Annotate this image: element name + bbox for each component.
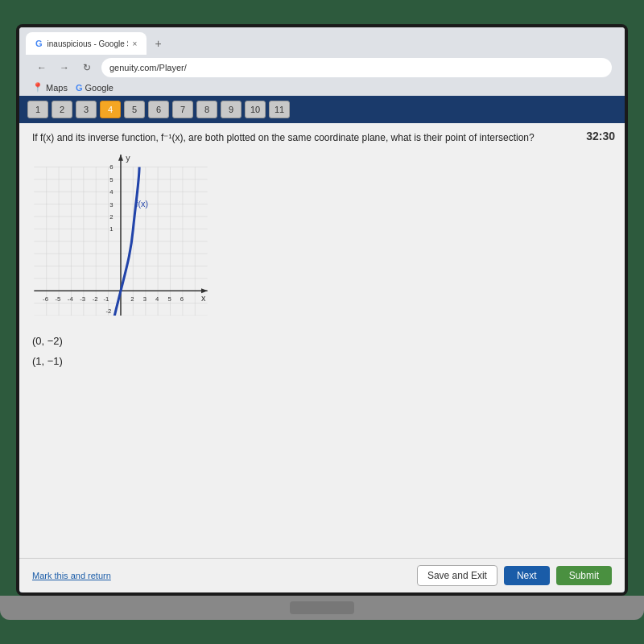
question-area: 32:30 If f(x) and its inverse function, … bbox=[19, 123, 625, 558]
google-label: Google bbox=[85, 83, 113, 93]
nav-buttons: ← → ↻ bbox=[32, 58, 97, 77]
svg-text:4: 4 bbox=[155, 295, 159, 302]
forward-button[interactable]: → bbox=[55, 58, 74, 77]
address-bar: ← → ↻ genuity.com/Player/ bbox=[26, 55, 618, 80]
chrome-tabs: G inauspicious - Google Search × + bbox=[26, 32, 618, 55]
back-button[interactable]: ← bbox=[32, 58, 52, 77]
tab-close-button[interactable]: × bbox=[133, 39, 138, 48]
url-bar[interactable]: genuity.com/Player/ bbox=[101, 58, 612, 77]
screen-content: G inauspicious - Google Search × + ← → ↻… bbox=[19, 27, 625, 592]
svg-text:6: 6 bbox=[180, 295, 184, 302]
quiz-nav-5[interactable]: 5 bbox=[124, 101, 145, 118]
tab-title: inauspicious - Google Search bbox=[47, 39, 128, 48]
mark-return-link[interactable]: Mark this and return bbox=[32, 571, 111, 580]
coordinate-graph: x y -6 -5 -4 -3 -2 -1 2 3 4 5 bbox=[32, 155, 209, 316]
trackpad[interactable] bbox=[290, 601, 354, 614]
graph-container: x y -6 -5 -4 -3 -2 -1 2 3 4 5 bbox=[32, 155, 209, 319]
bookmarks-bar: 📍 Maps G Google bbox=[26, 80, 618, 96]
svg-text:4: 4 bbox=[109, 188, 114, 196]
svg-text:-1: -1 bbox=[103, 295, 109, 302]
timer: 32:30 bbox=[586, 130, 615, 142]
next-button[interactable]: Next bbox=[504, 566, 550, 585]
svg-text:-3: -3 bbox=[80, 295, 85, 302]
svg-text:1: 1 bbox=[109, 225, 113, 233]
svg-text:-4: -4 bbox=[68, 295, 74, 302]
quiz-nav-9[interactable]: 9 bbox=[221, 101, 242, 118]
answer-choice-2[interactable]: (1, −1) bbox=[32, 353, 612, 369]
quiz-nav-1[interactable]: 1 bbox=[27, 101, 48, 118]
quiz-nav-8[interactable]: 8 bbox=[196, 101, 217, 118]
svg-text:3: 3 bbox=[143, 295, 147, 302]
svg-text:x: x bbox=[201, 292, 206, 302]
svg-text:5: 5 bbox=[109, 176, 113, 184]
quiz-nav-11[interactable]: 11 bbox=[269, 101, 290, 118]
laptop-bottom bbox=[0, 596, 644, 620]
chrome-browser-bar: G inauspicious - Google Search × + ← → ↻… bbox=[19, 27, 625, 96]
main-content: 1 2 3 4 5 6 7 8 9 10 11 32:30 If f(x) an… bbox=[19, 96, 625, 592]
quiz-nav-10[interactable]: 10 bbox=[245, 101, 266, 118]
svg-marker-27 bbox=[118, 155, 123, 161]
google-icon: G bbox=[76, 83, 83, 93]
bookmark-google[interactable]: G Google bbox=[76, 83, 114, 93]
quiz-nav-6[interactable]: 6 bbox=[148, 101, 169, 118]
svg-text:-5: -5 bbox=[55, 295, 60, 302]
save-exit-button[interactable]: Save and Exit bbox=[417, 565, 497, 586]
bottom-buttons: Save and Exit Next Submit bbox=[417, 565, 612, 586]
svg-text:2: 2 bbox=[130, 295, 134, 302]
svg-text:y: y bbox=[126, 155, 130, 163]
quiz-nav-7[interactable]: 7 bbox=[172, 101, 193, 118]
reload-button[interactable]: ↻ bbox=[77, 58, 97, 77]
svg-text:f(x): f(x) bbox=[135, 198, 148, 208]
answer-2-label: (1, −1) bbox=[32, 355, 63, 367]
bookmark-maps[interactable]: 📍 Maps bbox=[32, 82, 68, 93]
question-text: If f(x) and its inverse function, f⁻¹(x)… bbox=[32, 131, 612, 145]
answer-choices: (0, −2) (1, −1) bbox=[32, 333, 612, 369]
quiz-nav-3[interactable]: 3 bbox=[76, 101, 97, 118]
svg-text:-2: -2 bbox=[93, 295, 98, 302]
laptop-screen: G inauspicious - Google Search × + ← → ↻… bbox=[16, 24, 628, 596]
answer-choice-1[interactable]: (0, −2) bbox=[32, 333, 612, 349]
quiz-navigation: 1 2 3 4 5 6 7 8 9 10 11 bbox=[19, 96, 625, 123]
svg-text:-2: -2 bbox=[106, 308, 112, 315]
quiz-nav-2[interactable]: 2 bbox=[52, 101, 72, 118]
quiz-nav-4[interactable]: 4 bbox=[100, 101, 121, 118]
url-text: genuity.com/Player/ bbox=[109, 63, 187, 72]
google-favicon: G bbox=[35, 39, 43, 48]
desktop: G inauspicious - Google Search × + ← → ↻… bbox=[0, 0, 644, 644]
active-tab[interactable]: G inauspicious - Google Search × bbox=[26, 32, 147, 55]
bottom-bar: Mark this and return Save and Exit Next … bbox=[19, 558, 625, 592]
svg-text:6: 6 bbox=[109, 163, 113, 171]
svg-text:-6: -6 bbox=[43, 295, 48, 302]
maps-label: Maps bbox=[46, 83, 68, 93]
svg-text:5: 5 bbox=[167, 295, 171, 302]
svg-text:2: 2 bbox=[109, 213, 113, 221]
svg-text:3: 3 bbox=[109, 200, 113, 208]
maps-icon: 📍 bbox=[32, 82, 43, 93]
submit-button[interactable]: Submit bbox=[556, 566, 612, 585]
new-tab-button[interactable]: + bbox=[148, 32, 167, 55]
answer-1-label: (0, −2) bbox=[32, 335, 63, 347]
